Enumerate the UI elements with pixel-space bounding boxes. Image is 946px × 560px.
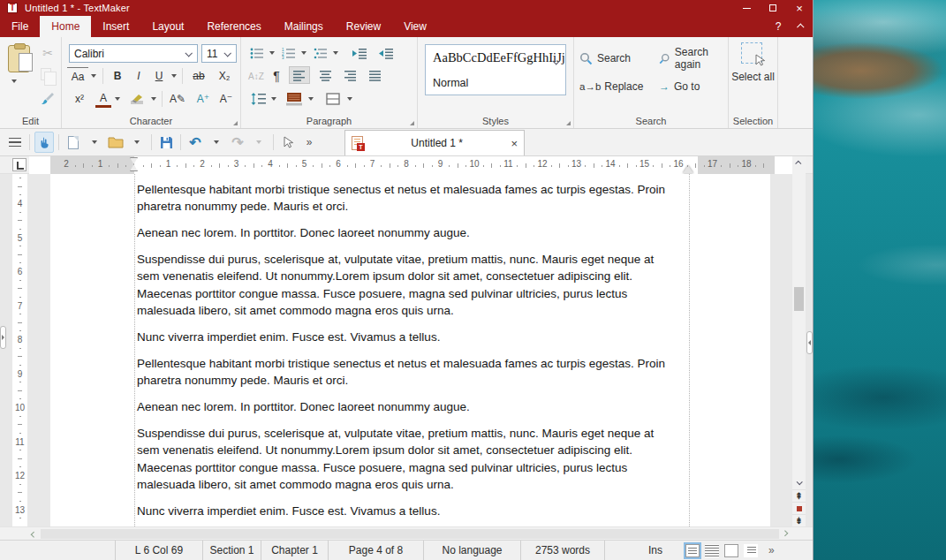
borders-button[interactable] (322, 90, 344, 108)
character-dialog-launcher[interactable] (233, 121, 238, 125)
justify-button[interactable] (365, 66, 386, 84)
font-color-button[interactable]: A (95, 90, 111, 108)
tab-view[interactable]: View (392, 16, 438, 37)
undo-dropdown[interactable] (207, 132, 226, 153)
h-scroll-thumb[interactable] (41, 529, 779, 539)
status-overflow-button[interactable]: » (768, 541, 775, 560)
open-button[interactable] (106, 132, 125, 153)
bold-button[interactable]: B (108, 67, 127, 85)
status-page[interactable]: Page 4 of 8 (329, 541, 424, 560)
scroll-up-button[interactable] (792, 156, 806, 170)
vertical-ruler[interactable]: 45678910111213 (12, 174, 27, 526)
right-indent-marker[interactable] (683, 165, 693, 173)
search-button[interactable]: Search (579, 49, 631, 67)
new-document-button[interactable] (64, 132, 83, 153)
align-center-button[interactable] (315, 66, 337, 84)
help-button[interactable]: ? (767, 16, 790, 37)
v-scroll-thumb[interactable] (794, 287, 804, 311)
line-spacing-dropdown[interactable] (271, 97, 276, 101)
previous-page-button[interactable]: ⇞ (792, 489, 806, 502)
open-dropdown[interactable] (127, 132, 147, 153)
scroll-right-button[interactable] (779, 527, 792, 540)
tab-file[interactable]: File (0, 16, 40, 37)
select-all-button[interactable] (741, 42, 762, 64)
shading-button[interactable] (284, 90, 305, 108)
maximize-button[interactable] (760, 0, 786, 16)
subscript-button[interactable]: X₂ (214, 67, 235, 85)
redo-button[interactable]: ↷ (228, 132, 247, 153)
close-button[interactable]: × (786, 0, 813, 16)
align-left-button[interactable] (289, 66, 310, 84)
format-paintbrush-button[interactable] (39, 90, 57, 108)
new-document-dropdown[interactable] (85, 132, 104, 153)
tab-mailings[interactable]: Mailings (273, 16, 335, 37)
collapse-ribbon-button[interactable] (790, 16, 813, 37)
paste-dropdown[interactable] (11, 79, 17, 83)
save-button[interactable] (156, 132, 176, 153)
scroll-down-button[interactable] (792, 476, 806, 489)
status-language[interactable]: No language (424, 541, 521, 560)
vertical-scrollbar[interactable]: ⇞ ⇟ (792, 156, 806, 526)
line-spacing-button[interactable] (248, 90, 268, 108)
toolbar-menu-button[interactable] (5, 132, 25, 153)
object-mode-button[interactable] (278, 132, 298, 153)
underline-button[interactable]: U (150, 67, 168, 85)
status-chapter[interactable]: Chapter 1 (261, 541, 329, 560)
tab-home[interactable]: Home (40, 16, 91, 37)
document-text[interactable]: Pellentesque habitant morbi tristique se… (137, 181, 679, 526)
undo-button[interactable]: ↶ (185, 132, 205, 153)
document-page[interactable]: Pellentesque habitant morbi tristique se… (50, 174, 770, 526)
numbered-list-button[interactable]: 123 (280, 44, 298, 62)
italic-button[interactable]: I (131, 67, 147, 85)
horizontal-ruler[interactable]: 21123456789101112131415161718 (29, 156, 792, 174)
page-view-button[interactable] (724, 544, 738, 557)
change-case-button[interactable]: Aa (67, 67, 88, 85)
shading-dropdown[interactable] (308, 97, 314, 101)
tab-review[interactable]: Review (335, 16, 392, 37)
multilevel-list-dropdown[interactable] (333, 51, 338, 55)
tab-insert[interactable]: Insert (91, 16, 140, 37)
highlight-dropdown[interactable] (151, 97, 156, 101)
normal-view-button[interactable] (685, 544, 700, 557)
bullet-list-button[interactable] (248, 44, 266, 62)
multilevel-list-button[interactable] (312, 44, 329, 62)
bullet-list-dropdown[interactable] (269, 51, 275, 55)
sort-button[interactable]: A↕Z (248, 67, 264, 85)
horizontal-scrollbar[interactable] (0, 526, 813, 540)
redo-dropdown[interactable] (249, 132, 269, 153)
numbered-list-dropdown[interactable] (301, 51, 307, 55)
highlight-button[interactable] (127, 90, 148, 108)
character-dialog-button[interactable]: A✎ (166, 90, 189, 108)
document-tab[interactable]: Untitled 1 * × (344, 130, 525, 155)
minimize-button[interactable] (733, 0, 760, 16)
outline-view-button[interactable] (744, 544, 758, 557)
styles-dialog-launcher[interactable] (566, 121, 571, 125)
toolbar-overflow-button[interactable]: » (299, 132, 319, 153)
shrink-font-button[interactable]: A⁻ (216, 90, 236, 108)
status-insert-mode[interactable]: Ins (638, 541, 673, 560)
right-sidebar-toggle[interactable] (806, 331, 813, 354)
status-word-count[interactable]: 2753 words (521, 541, 605, 560)
grow-font-button[interactable]: A⁺ (193, 90, 214, 108)
strikethrough-button[interactable]: ab (187, 67, 210, 85)
cut-button[interactable]: ✂ (39, 44, 57, 62)
replace-button[interactable]: a→b Replace (579, 78, 643, 95)
increase-indent-button[interactable] (349, 44, 368, 62)
scroll-left-button[interactable] (26, 527, 40, 540)
browse-object-button[interactable] (792, 502, 806, 514)
font-name-select[interactable]: Calibri (69, 44, 198, 63)
goto-button[interactable]: → Go to (659, 78, 700, 95)
change-case-dropdown[interactable] (91, 74, 96, 78)
borders-dropdown[interactable] (347, 97, 352, 101)
decrease-indent-button[interactable] (375, 44, 395, 62)
tab-stop-selector[interactable] (12, 158, 26, 171)
status-cursor-position[interactable]: L 6 Col 69 (115, 541, 203, 560)
status-section[interactable]: Section 1 (203, 541, 261, 560)
continuous-view-button[interactable] (705, 544, 719, 557)
document-tab-close[interactable]: × (511, 137, 518, 150)
copy-button[interactable] (41, 65, 51, 83)
font-size-select[interactable]: 11 (201, 44, 237, 63)
align-right-button[interactable] (340, 66, 361, 84)
styles-box[interactable]: AaBbCcDdEeFfGgHhIiJj Normal (425, 44, 566, 95)
superscript-button[interactable]: x² (69, 90, 90, 108)
